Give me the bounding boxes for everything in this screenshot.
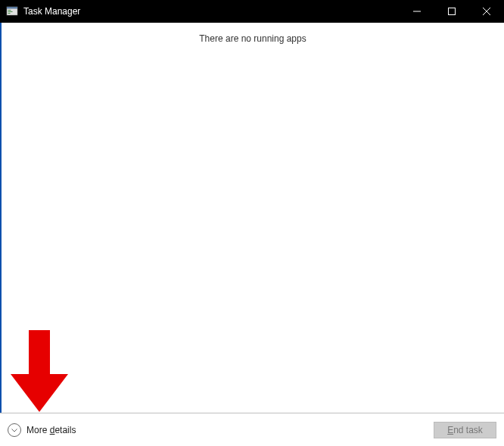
task-manager-icon (6, 5, 18, 17)
annotation-arrow-icon (11, 330, 68, 413)
titlebar: Task Manager (0, 0, 504, 23)
svg-rect-6 (449, 8, 456, 15)
bottom-bar: More details End task (0, 413, 504, 446)
end-task-button[interactable]: End task (434, 422, 496, 438)
window-controls (400, 0, 504, 23)
empty-state-message: There are no running apps (2, 23, 504, 44)
more-details-label: More details (26, 425, 76, 435)
window-title: Task Manager (23, 6, 80, 17)
maximize-button[interactable] (434, 0, 469, 23)
chevron-down-circle-icon (8, 423, 21, 437)
maximize-icon (448, 8, 456, 15)
more-details-button[interactable]: More details (8, 423, 76, 437)
end-task-label: End task (447, 425, 483, 435)
close-button[interactable] (469, 0, 504, 23)
svg-rect-4 (8, 13, 11, 14)
minimize-button[interactable] (400, 0, 434, 23)
svg-rect-3 (8, 11, 13, 12)
svg-rect-1 (7, 7, 17, 9)
svg-rect-2 (8, 10, 11, 11)
minimize-icon (413, 8, 421, 15)
close-icon (483, 8, 490, 15)
process-list-area: There are no running apps (0, 23, 504, 413)
